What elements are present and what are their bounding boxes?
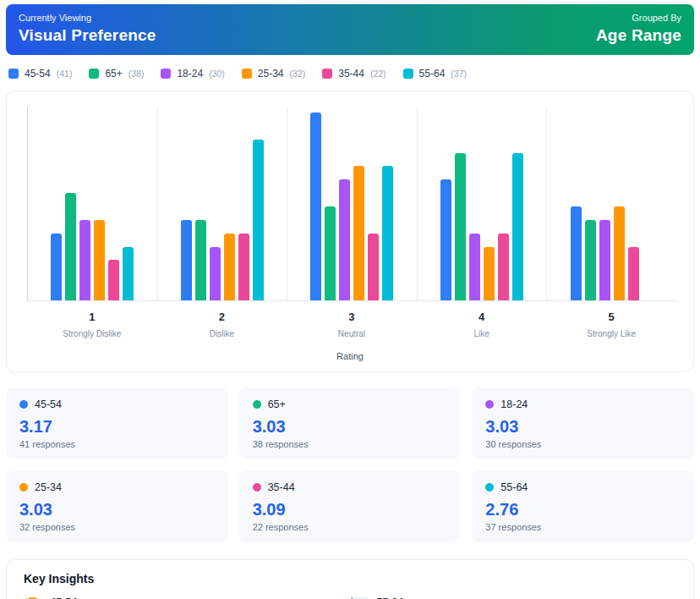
header-left: Currently Viewing Visual Preference xyxy=(19,13,156,45)
bar-group xyxy=(157,107,287,300)
bar[interactable] xyxy=(325,206,336,300)
chart-x-axis: 1Strongly Dislike2Dislike3Neutral4Like5S… xyxy=(27,301,676,338)
x-tick-number: 5 xyxy=(546,310,676,323)
stat-card: 35-443.0922 responses xyxy=(239,470,462,542)
bar[interactable] xyxy=(195,220,206,300)
x-tick: 4Like xyxy=(417,301,547,338)
legend-swatch xyxy=(403,69,413,79)
bar-chart-card: 1Strongly Dislike2Dislike3Neutral4Like5S… xyxy=(6,91,694,372)
summary-cards-grid: 45-543.1741 responses65+3.0338 responses… xyxy=(6,387,694,542)
x-tick-label: Neutral xyxy=(287,329,417,338)
bar[interactable] xyxy=(339,179,350,300)
group-color-dot xyxy=(485,483,494,492)
bar-group xyxy=(417,107,547,300)
bar[interactable] xyxy=(51,234,62,300)
bar[interactable] xyxy=(440,179,451,300)
stat-group-label: 25-34 xyxy=(35,481,62,493)
stat-response-count: 37 responses xyxy=(485,522,681,532)
bar[interactable] xyxy=(123,247,134,300)
legend-label: 25-34 xyxy=(258,68,284,80)
group-color-dot xyxy=(19,400,28,409)
chart-legend: 45-54(41)65+(38)18-24(30)25-34(32)35-44(… xyxy=(8,68,692,80)
bar[interactable] xyxy=(310,113,321,300)
group-name: Age Range xyxy=(596,26,681,45)
stat-card: 18-243.0330 responses xyxy=(472,387,694,459)
stat-response-count: 30 responses xyxy=(485,439,681,449)
bar[interactable] xyxy=(238,234,249,300)
legend-item[interactable]: 35-44(22) xyxy=(322,68,386,80)
stat-card-header: 18-24 xyxy=(485,398,681,410)
stat-card: 45-543.1741 responses xyxy=(6,387,228,459)
legend-count: (41) xyxy=(57,69,73,79)
legend-count: (32) xyxy=(290,69,306,79)
header-right: Grouped By Age Range xyxy=(596,13,681,45)
legend-label: 18-24 xyxy=(177,68,203,80)
stat-response-count: 41 responses xyxy=(19,439,215,449)
bar[interactable] xyxy=(181,220,192,300)
bar[interactable] xyxy=(253,140,264,300)
stat-response-count: 32 responses xyxy=(19,522,215,532)
currently-viewing-label: Currently Viewing xyxy=(19,13,156,23)
group-color-dot xyxy=(485,400,494,409)
bar[interactable] xyxy=(599,220,610,300)
legend-item[interactable]: 65+(38) xyxy=(89,68,144,80)
bar[interactable] xyxy=(94,220,105,300)
bar-group xyxy=(546,107,676,300)
legend-item[interactable]: 55-64(37) xyxy=(403,68,467,80)
stat-average-value: 3.03 xyxy=(485,417,681,437)
x-tick-label: Strongly Like xyxy=(546,329,676,338)
stat-group-label: 55-64 xyxy=(500,481,528,493)
key-insights-card: Key Insights 🏆 45-54 Highest rated at 3.… xyxy=(6,559,694,599)
bar[interactable] xyxy=(108,260,119,300)
bar[interactable] xyxy=(353,166,364,300)
x-tick-label: Dislike xyxy=(157,329,287,338)
stat-card-header: 45-54 xyxy=(19,398,215,410)
legend-count: (37) xyxy=(451,69,467,79)
grouped-by-label: Grouped By xyxy=(596,13,681,23)
bar[interactable] xyxy=(498,234,509,300)
bar[interactable] xyxy=(210,247,221,300)
legend-item[interactable]: 45-54(41) xyxy=(8,68,72,80)
stat-group-label: 45-54 xyxy=(35,398,62,410)
bar[interactable] xyxy=(628,247,639,300)
legend-count: (22) xyxy=(370,69,386,79)
bar[interactable] xyxy=(79,220,90,300)
x-tick-label: Like xyxy=(417,329,547,338)
legend-count: (38) xyxy=(129,69,145,79)
x-tick: 2Dislike xyxy=(157,301,287,338)
stat-average-value: 3.09 xyxy=(253,500,448,519)
key-insights-title: Key Insights xyxy=(24,572,676,585)
bar[interactable] xyxy=(585,220,596,300)
bar[interactable] xyxy=(224,234,235,300)
stat-response-count: 38 responses xyxy=(253,439,448,449)
x-tick-number: 3 xyxy=(287,310,417,323)
x-tick-number: 1 xyxy=(27,310,157,323)
legend-item[interactable]: 18-24(30) xyxy=(161,68,224,80)
x-tick: 3Neutral xyxy=(287,301,417,338)
bar[interactable] xyxy=(571,206,582,300)
legend-label: 45-54 xyxy=(25,68,51,80)
bar[interactable] xyxy=(469,234,480,300)
bar[interactable] xyxy=(512,153,523,300)
group-color-dot xyxy=(253,400,261,409)
bar-group xyxy=(287,107,417,300)
bar[interactable] xyxy=(614,206,625,300)
bar[interactable] xyxy=(455,153,466,300)
stat-group-label: 65+ xyxy=(268,398,286,410)
bar[interactable] xyxy=(65,193,76,300)
stat-average-value: 3.03 xyxy=(253,417,448,437)
legend-swatch xyxy=(242,69,252,79)
bar-group xyxy=(28,107,157,300)
stat-group-label: 18-24 xyxy=(500,398,528,410)
bar[interactable] xyxy=(368,234,379,300)
stat-card-header: 65+ xyxy=(253,398,448,410)
x-axis-title: Rating xyxy=(17,351,683,361)
legend-label: 35-44 xyxy=(338,68,364,80)
legend-item[interactable]: 25-34(32) xyxy=(242,68,305,80)
legend-swatch xyxy=(161,69,171,79)
stat-card: 25-343.0332 responses xyxy=(6,470,228,542)
bar[interactable] xyxy=(382,166,393,300)
legend-label: 55-64 xyxy=(419,68,446,80)
stat-average-value: 3.17 xyxy=(19,417,215,437)
bar[interactable] xyxy=(484,247,495,300)
